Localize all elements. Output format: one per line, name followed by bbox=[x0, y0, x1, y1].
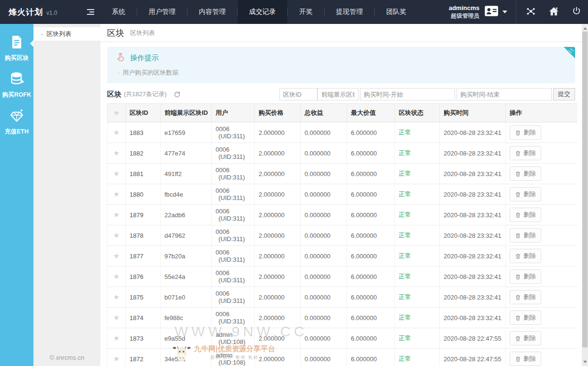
home-button[interactable] bbox=[542, 0, 565, 24]
sidebar-toggle-icon[interactable] bbox=[87, 9, 94, 15]
tip-alert: 操作提示 ·用户购买的区块数据 bbox=[107, 47, 575, 83]
status-badge: 正常 bbox=[399, 232, 411, 239]
nav-separator bbox=[516, 0, 516, 24]
cell-user: 0006 (UID:311) bbox=[212, 184, 255, 205]
cell-front-id: 491ff2 bbox=[161, 164, 212, 184]
front-block-id-input[interactable] bbox=[317, 88, 359, 100]
delete-button[interactable]: 删除 bbox=[510, 290, 541, 304]
delete-button[interactable]: 删除 bbox=[510, 187, 541, 201]
icon-sidebar: 购买区块 购买ROFK 充值ETH bbox=[0, 24, 33, 366]
cell-price: 2.000000 bbox=[255, 143, 301, 164]
cell-status: 正常 bbox=[395, 225, 440, 246]
buy-time-start-input[interactable] bbox=[360, 88, 455, 100]
logout-button[interactable] bbox=[565, 0, 588, 24]
delete-button[interactable]: 删除 bbox=[510, 146, 541, 160]
nav-item-team-bonus[interactable]: 团队奖 bbox=[375, 0, 418, 24]
status-badge: 正常 bbox=[399, 334, 411, 342]
delete-button[interactable]: 删除 bbox=[510, 125, 541, 140]
sidebar-item-recharge-eth[interactable]: 充值ETH bbox=[0, 103, 33, 140]
cell-status: 正常 bbox=[395, 266, 440, 287]
cell-front-id: 55e24a bbox=[161, 266, 212, 287]
header-block-id: 区块ID bbox=[126, 104, 161, 122]
delete-button[interactable]: 删除 bbox=[510, 166, 541, 181]
delete-button[interactable]: 删除 bbox=[510, 228, 541, 243]
block-id-input[interactable] bbox=[279, 88, 317, 100]
submenu-item-block-list[interactable]: · 区块列表 bbox=[33, 27, 100, 41]
sidebar-item-buy-rofk[interactable]: 购买ROFK bbox=[0, 67, 33, 103]
scrollbar-thumb[interactable] bbox=[582, 32, 588, 347]
star-icon[interactable]: ★ bbox=[113, 334, 120, 342]
star-icon[interactable]: ★ bbox=[113, 190, 120, 198]
table-row: ★ 1875 b071e0 0006 (UID:311) 2.000000 0.… bbox=[108, 287, 577, 308]
cell-time: 2020-08-28 23:32:41 bbox=[440, 246, 506, 266]
nav-item-transactions[interactable]: 成交记录 bbox=[238, 0, 287, 24]
cell-max: 6.000000 bbox=[347, 143, 395, 164]
star-icon[interactable]: ★ bbox=[113, 293, 120, 301]
user-info: admincms 超级管理员 bbox=[449, 4, 479, 19]
star-icon[interactable]: ★ bbox=[113, 272, 120, 280]
table-row: ★ 1876 55e24a 0006 (UID:311) 2.000000 0.… bbox=[108, 266, 577, 287]
cell-max: 6.000000 bbox=[347, 164, 395, 184]
power-icon bbox=[572, 6, 581, 18]
cell-block-id: 1874 bbox=[126, 308, 161, 328]
star-icon[interactable]: ★ bbox=[113, 231, 120, 239]
hand-pointer-icon bbox=[116, 52, 126, 64]
submit-button[interactable]: 提交 bbox=[553, 88, 575, 100]
cell-status: 正常 bbox=[395, 287, 440, 308]
vertical-scrollbar[interactable] bbox=[582, 24, 588, 366]
delete-button[interactable]: 删除 bbox=[510, 331, 541, 345]
nav-item-users[interactable]: 用户管理 bbox=[137, 0, 187, 24]
cell-profit: 0.000000 bbox=[301, 328, 347, 349]
cell-block-id: 1878 bbox=[126, 225, 161, 246]
cell-front-id: b071e0 bbox=[161, 287, 212, 308]
status-badge: 正常 bbox=[399, 211, 411, 218]
delete-button[interactable]: 删除 bbox=[510, 352, 541, 366]
breadcrumb: 区块 区块列表 bbox=[100, 24, 582, 42]
delete-button[interactable]: 删除 bbox=[510, 269, 541, 284]
cell-actions: 删除 bbox=[506, 143, 577, 164]
table-row: ★ 1872 34e53a admin (UID:108) 2.000000 0… bbox=[108, 349, 577, 366]
nav-item-content[interactable]: 内容管理 bbox=[187, 0, 237, 24]
cell-actions: 删除 bbox=[506, 349, 577, 366]
nav-item-lottery[interactable]: 开奖 bbox=[288, 0, 324, 24]
cell-profit: 0.000000 bbox=[301, 308, 347, 328]
cell-max: 6.000000 bbox=[347, 266, 395, 287]
cell-star: ★ bbox=[108, 266, 126, 287]
star-icon[interactable]: ★ bbox=[113, 211, 120, 219]
status-badge: 正常 bbox=[399, 273, 411, 280]
cell-actions: 删除 bbox=[506, 184, 577, 205]
cell-actions: 删除 bbox=[506, 328, 577, 349]
delete-button[interactable]: 删除 bbox=[510, 311, 541, 325]
cell-price: 2.000000 bbox=[255, 287, 301, 308]
star-icon[interactable]: ★ bbox=[113, 313, 120, 322]
nav-item-withdraw[interactable]: 提现管理 bbox=[325, 0, 374, 24]
star-icon[interactable]: ★ bbox=[113, 169, 120, 177]
network-button[interactable] bbox=[519, 0, 542, 24]
delete-button[interactable]: 删除 bbox=[510, 249, 541, 263]
star-icon[interactable]: ★ bbox=[113, 128, 120, 136]
star-icon[interactable]: ★ bbox=[113, 252, 120, 260]
cell-user: 0006 (UID:311) bbox=[212, 143, 255, 164]
table-row: ★ 1873 e9a55d admin (UID:108) 2.000000 0… bbox=[108, 328, 577, 349]
sidebar-item-buy-block[interactable]: 购买区块 bbox=[0, 30, 33, 67]
refresh-button[interactable] bbox=[174, 91, 181, 98]
scrollbar-up-arrow[interactable] bbox=[582, 25, 588, 32]
cell-price: 2.000000 bbox=[255, 349, 301, 366]
profile-menu[interactable] bbox=[484, 5, 507, 19]
nav-item-system[interactable]: 系统 bbox=[100, 0, 137, 24]
cell-status: 正常 bbox=[395, 349, 440, 366]
delete-button[interactable]: 删除 bbox=[510, 208, 541, 222]
cell-price: 2.000000 bbox=[255, 328, 301, 349]
buy-time-end-input[interactable] bbox=[457, 88, 552, 100]
cell-front-id: e9a55d bbox=[161, 328, 212, 349]
header-star: ★ bbox=[108, 104, 126, 122]
scrollbar-down-arrow[interactable] bbox=[582, 358, 588, 365]
star-icon[interactable]: ★ bbox=[113, 355, 120, 363]
star-icon[interactable]: ★ bbox=[113, 149, 120, 157]
header-user: 用户 bbox=[212, 104, 255, 122]
cell-block-id: 1877 bbox=[126, 246, 161, 266]
cell-status: 正常 bbox=[395, 246, 440, 266]
cell-actions: 删除 bbox=[506, 246, 577, 266]
cell-status: 正常 bbox=[395, 143, 440, 164]
table-header-row: ★ 区块ID 前端展示区块ID 用户 购买价格 总收益 最大价值 区块状态 购买… bbox=[108, 104, 577, 122]
